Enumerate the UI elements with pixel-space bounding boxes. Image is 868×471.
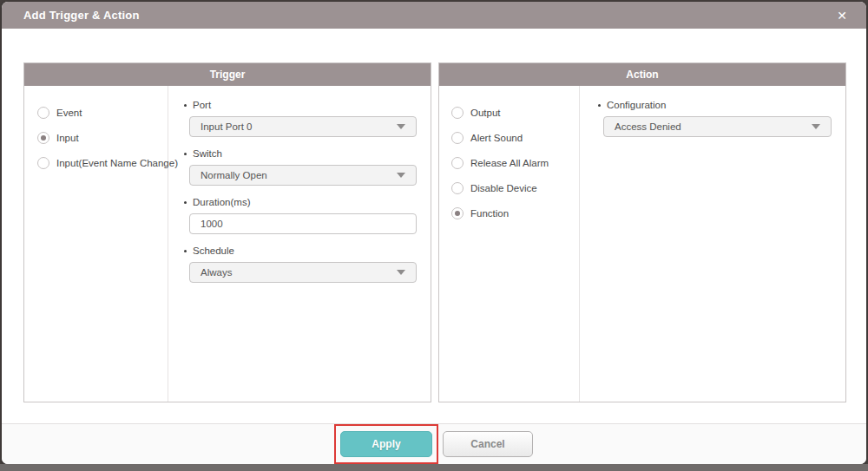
port-field: Port Input Port 0 xyxy=(189,100,417,137)
action-panel: Action Output Alert Sound Release All Al… xyxy=(438,62,846,402)
radio-label: Event xyxy=(56,108,82,118)
dialog-title: Add Trigger & Action xyxy=(23,9,140,22)
bullet-icon xyxy=(598,104,601,107)
duration-input[interactable] xyxy=(189,213,417,234)
radio-label: Input(Event Name Change) xyxy=(56,158,178,168)
trigger-fields: Port Input Port 0 Switch Nor xyxy=(168,86,431,402)
bullet-icon xyxy=(184,104,187,107)
bullet-icon xyxy=(184,201,187,204)
switch-label: Switch xyxy=(184,148,417,159)
radio-label: Disable Device xyxy=(470,183,537,193)
dialog-content: Trigger Event Input Input(Event Name Cha… xyxy=(23,62,846,402)
duration-label: Duration(ms) xyxy=(184,197,417,207)
radio-button-icon[interactable] xyxy=(451,207,464,219)
trigger-radio-input[interactable]: Input xyxy=(37,125,168,150)
action-radio-release-all-alarm[interactable]: Release All Alarm xyxy=(451,150,579,175)
schedule-field: Schedule Always xyxy=(189,245,417,283)
radio-button-icon[interactable] xyxy=(37,107,49,119)
dialog-footer: Apply Cancel xyxy=(2,423,866,464)
action-radio-alert-sound[interactable]: Alert Sound xyxy=(451,125,579,150)
action-radio-disable-device[interactable]: Disable Device xyxy=(451,175,579,200)
bullet-icon xyxy=(184,153,187,155)
switch-field: Switch Normally Open xyxy=(189,148,417,186)
switch-select[interactable]: Normally Open xyxy=(189,165,417,186)
trigger-panel-body: Event Input Input(Event Name Change) xyxy=(24,86,431,402)
action-fields: Configuration Access Denied xyxy=(580,86,845,402)
configuration-select[interactable]: Access Denied xyxy=(603,116,832,137)
duration-field: Duration(ms) xyxy=(189,197,417,234)
schedule-select[interactable]: Always xyxy=(189,262,417,283)
radio-label: Alert Sound xyxy=(470,133,523,143)
configuration-label: Configuration xyxy=(598,100,832,110)
trigger-radio-group: Event Input Input(Event Name Change) xyxy=(24,86,168,402)
radio-button-icon[interactable] xyxy=(451,132,464,144)
trigger-panel-header: Trigger xyxy=(24,63,431,86)
trigger-radio-input-event-name-change[interactable]: Input(Event Name Change) xyxy=(37,150,168,175)
action-radio-group: Output Alert Sound Release All Alarm Dis… xyxy=(439,86,580,402)
chevron-down-icon xyxy=(397,270,405,275)
radio-button-icon[interactable] xyxy=(451,182,464,194)
radio-button-icon[interactable] xyxy=(451,157,464,169)
bullet-icon xyxy=(184,250,187,252)
radio-label: Function xyxy=(470,208,509,219)
configuration-field: Configuration Access Denied xyxy=(603,100,832,137)
trigger-radio-event[interactable]: Event xyxy=(37,100,168,125)
action-panel-header: Action xyxy=(439,63,845,86)
action-radio-function[interactable]: Function xyxy=(451,200,579,226)
radio-label: Release All Alarm xyxy=(470,158,549,168)
schedule-label: Schedule xyxy=(184,245,417,256)
close-icon[interactable]: ✕ xyxy=(837,10,847,22)
apply-button-wrap: Apply xyxy=(340,431,432,457)
cancel-button[interactable]: Cancel xyxy=(443,431,533,457)
chevron-down-icon xyxy=(397,124,405,129)
trigger-panel: Trigger Event Input Input(Event Name Cha… xyxy=(23,62,431,402)
action-panel-body: Output Alert Sound Release All Alarm Dis… xyxy=(439,86,845,402)
chevron-down-icon xyxy=(812,124,820,129)
dialog-titlebar: Add Trigger & Action ✕ xyxy=(2,2,866,29)
port-label: Port xyxy=(184,100,417,110)
chevron-down-icon xyxy=(397,173,405,178)
action-radio-output[interactable]: Output xyxy=(451,100,579,125)
radio-label: Output xyxy=(470,108,501,118)
radio-label: Input xyxy=(56,133,79,143)
radio-button-icon[interactable] xyxy=(451,107,464,119)
schedule-select-value: Always xyxy=(201,267,232,278)
radio-button-icon[interactable] xyxy=(37,157,49,169)
radio-button-icon[interactable] xyxy=(37,132,49,144)
add-trigger-action-dialog: Add Trigger & Action ✕ Trigger Event Inp… xyxy=(2,2,866,464)
port-select[interactable]: Input Port 0 xyxy=(189,116,417,137)
apply-button[interactable]: Apply xyxy=(340,431,432,457)
port-select-value: Input Port 0 xyxy=(201,121,252,132)
backdrop-bottom-strip xyxy=(0,464,868,471)
switch-select-value: Normally Open xyxy=(201,170,267,180)
configuration-select-value: Access Denied xyxy=(615,121,681,132)
